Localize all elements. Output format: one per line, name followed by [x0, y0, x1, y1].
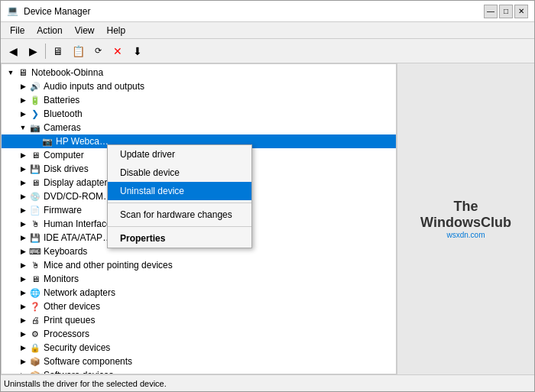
- mice-expand: ▶: [17, 259, 29, 271]
- toolbar-scan-button[interactable]: ⬇: [128, 42, 147, 60]
- tree-item-bluetooth[interactable]: ▶ ❯ Bluetooth: [2, 107, 396, 121]
- toolbar-computer-button[interactable]: 🖥: [49, 42, 67, 60]
- ctx-divider-1: [108, 202, 251, 203]
- audio-icon: 🔊: [29, 80, 41, 92]
- dvd-expand: ▶: [17, 190, 29, 202]
- tree-item-software-devices[interactable]: ▶ 📦 Software devices: [2, 368, 396, 374]
- menu-help[interactable]: Help: [101, 24, 132, 37]
- menu-view[interactable]: View: [69, 24, 101, 37]
- watermark-url: wsxdn.com: [420, 231, 511, 239]
- titlebar-left: 💻 Device Manager: [7, 5, 90, 18]
- tree-view[interactable]: ▼ 🖥 Notebook-Obinna ▶ 🔊 Audio inputs and…: [1, 63, 397, 374]
- cameras-icon: 📷: [29, 121, 41, 134]
- sw-components-icon: 📦: [29, 355, 41, 368]
- bluetooth-icon: ❯: [29, 108, 41, 120]
- processors-expand: ▶: [17, 328, 29, 340]
- firmware-icon: 📄: [29, 204, 41, 216]
- audio-label: Audio inputs and outputs: [44, 81, 144, 92]
- webcam-icon: 📷: [41, 135, 54, 147]
- webcam-expand: [29, 135, 41, 147]
- disk-label: Disk drives: [44, 164, 89, 174]
- main-content: ▼ 🖥 Notebook-Obinna ▶ 🔊 Audio inputs and…: [1, 63, 534, 374]
- network-expand: ▶: [17, 287, 29, 299]
- toolbar-separator-1: [45, 44, 46, 59]
- sw-devices-expand: ▶: [17, 369, 29, 374]
- sw-components-expand: ▶: [17, 355, 29, 368]
- tree-item-print[interactable]: ▶ 🖨 Print queues: [2, 313, 396, 327]
- close-button[interactable]: ✕: [514, 5, 528, 18]
- display-expand: ▶: [17, 177, 29, 189]
- firmware-label: Firmware: [44, 205, 82, 215]
- other-icon: ❓: [29, 300, 41, 313]
- toolbar-uninstall-button[interactable]: ✕: [109, 42, 127, 60]
- ctx-uninstall-device[interactable]: Uninstall device: [108, 182, 251, 200]
- ide-icon: 💾: [29, 232, 41, 244]
- other-expand: ▶: [17, 300, 29, 313]
- tree-item-audio[interactable]: ▶ 🔊 Audio inputs and outputs: [2, 79, 396, 93]
- watermark-line2: WindowsClub: [420, 215, 511, 231]
- ctx-properties[interactable]: Properties: [108, 229, 251, 248]
- tree-item-batteries[interactable]: ▶ 🔋 Batteries: [2, 93, 396, 107]
- print-icon: 🖨: [29, 314, 41, 326]
- app-icon: 💻: [7, 5, 19, 18]
- titlebar-buttons: — □ ✕: [484, 5, 528, 18]
- monitors-icon: 🖥: [29, 273, 41, 285]
- toolbar-forward-button[interactable]: ▶: [24, 42, 42, 60]
- root-icon: 🖥: [17, 66, 29, 79]
- bluetooth-expand: ▶: [17, 108, 29, 120]
- sw-devices-label: Software devices: [44, 370, 113, 374]
- computer-expand: ▶: [17, 149, 29, 161]
- batteries-expand: ▶: [17, 94, 29, 106]
- display-icon: 🖥: [29, 177, 41, 189]
- ide-label: IDE ATA/ATAP…: [44, 232, 112, 243]
- network-label: Network adapters: [44, 287, 115, 298]
- ctx-update-driver[interactable]: Update driver: [108, 145, 251, 164]
- ctx-scan-hardware[interactable]: Scan for hardware changes: [108, 206, 251, 224]
- security-label: Security devices: [44, 342, 110, 353]
- tree-item-network[interactable]: ▶ 🌐 Network adapters: [2, 286, 396, 300]
- batteries-icon: 🔋: [29, 94, 41, 106]
- menu-file[interactable]: File: [4, 24, 31, 37]
- root-label: Notebook-Obinna: [31, 67, 103, 78]
- tree-item-software-components[interactable]: ▶ 📦 Software components: [2, 355, 396, 368]
- toolbar: ◀ ▶ 🖥 📋 ⟳ ✕ ⬇: [1, 39, 534, 63]
- tree-item-other[interactable]: ▶ ❓ Other devices: [2, 300, 396, 313]
- toolbar-back-button[interactable]: ◀: [4, 42, 22, 60]
- titlebar: 💻 Device Manager — □ ✕: [1, 1, 534, 22]
- display-label: Display adapters: [44, 177, 112, 188]
- security-icon: 🔒: [29, 342, 41, 354]
- context-menu: Update driver Disable device Uninstall d…: [107, 144, 252, 248]
- keyboards-icon: ⌨: [29, 245, 41, 258]
- window-title: Device Manager: [24, 6, 90, 17]
- toolbar-properties-button[interactable]: 📋: [69, 42, 87, 60]
- dvd-icon: 💿: [29, 190, 41, 202]
- processors-label: Processors: [44, 329, 89, 339]
- hid-expand: ▶: [17, 218, 29, 230]
- tree-item-cameras[interactable]: ▼ 📷 Cameras: [2, 121, 396, 134]
- menu-action[interactable]: Action: [31, 24, 68, 37]
- tree-item-security[interactable]: ▶ 🔒 Security devices: [2, 341, 396, 355]
- tree-root[interactable]: ▼ 🖥 Notebook-Obinna: [2, 66, 396, 79]
- firmware-expand: ▶: [17, 204, 29, 216]
- tree-item-mice[interactable]: ▶ 🖱 Mice and other pointing devices: [2, 258, 396, 272]
- print-label: Print queues: [44, 315, 95, 326]
- keyboards-label: Keyboards: [44, 246, 87, 257]
- watermark: The WindowsClub wsxdn.com: [420, 199, 511, 239]
- sw-devices-icon: 📦: [29, 369, 41, 374]
- maximize-button[interactable]: □: [499, 5, 513, 18]
- cameras-label: Cameras: [44, 122, 81, 133]
- status-text: Uninstalls the driver for the selected d…: [4, 379, 167, 388]
- minimize-button[interactable]: —: [484, 5, 498, 18]
- sw-components-label: Software components: [44, 356, 132, 367]
- dvd-label: DVD/CD-ROM…: [44, 191, 112, 202]
- tree-scroll-area: ▼ 🖥 Notebook-Obinna ▶ 🔊 Audio inputs and…: [1, 63, 397, 374]
- tree-item-processors[interactable]: ▶ ⚙ Processors: [2, 327, 396, 341]
- tree-item-monitors[interactable]: ▶ 🖥 Monitors: [2, 272, 396, 286]
- computer-label: Computer: [44, 150, 84, 160]
- device-manager-window: 💻 Device Manager — □ ✕ File Action View …: [0, 0, 535, 392]
- mice-icon: 🖱: [29, 259, 41, 271]
- ctx-disable-device[interactable]: Disable device: [108, 164, 251, 182]
- print-expand: ▶: [17, 314, 29, 326]
- monitors-label: Monitors: [44, 274, 79, 284]
- toolbar-update-button[interactable]: ⟳: [89, 42, 107, 60]
